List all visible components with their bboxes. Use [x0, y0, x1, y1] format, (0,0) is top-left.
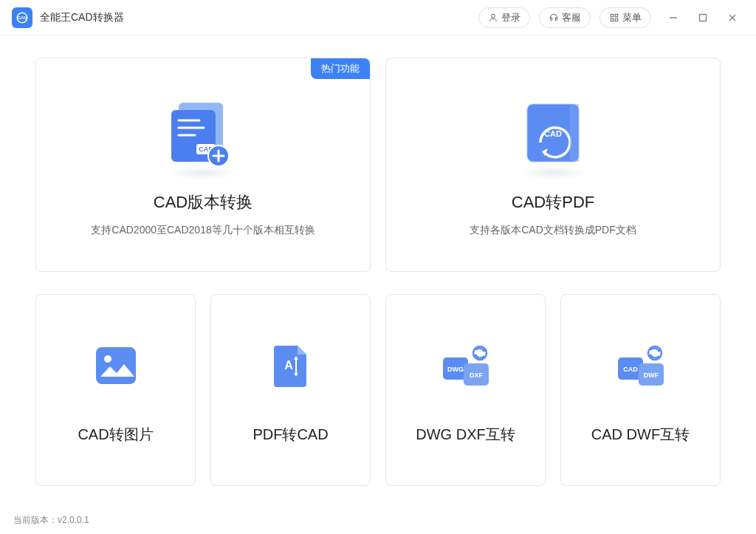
- svg-point-26: [104, 355, 111, 363]
- dwg-dxf-icon: DWG DXF: [436, 336, 495, 395]
- close-icon: [727, 13, 738, 23]
- svg-text:DWF: DWF: [643, 372, 659, 379]
- card-title: CAD转图片: [78, 425, 153, 445]
- svg-rect-3: [611, 14, 614, 17]
- card-cad-dwf[interactable]: CAD DWF CAD DWF互转: [560, 294, 721, 486]
- maximize-button[interactable]: [691, 6, 715, 30]
- card-cad-to-image[interactable]: CAD转图片: [35, 294, 196, 486]
- card-title: PDF转CAD: [252, 425, 328, 445]
- minimize-icon: [668, 13, 678, 23]
- menu-label: 菜单: [622, 11, 642, 24]
- card-dwg-dxf[interactable]: DWG DXF DWG DXF互转: [385, 294, 546, 486]
- version-label: 当前版本：v2.0.0.1: [13, 514, 89, 527]
- svg-text:CAD: CAD: [544, 129, 562, 138]
- card-pdf-to-cad[interactable]: A PDF转CAD: [210, 294, 371, 486]
- svg-text:A: A: [284, 359, 293, 372]
- support-button[interactable]: 客服: [539, 7, 591, 28]
- card-desc: 支持各版本CAD文档转换成PDF文档: [470, 224, 636, 237]
- hot-badge: 热门功能: [311, 58, 370, 79]
- login-label: 登录: [501, 11, 520, 24]
- svg-text:CAD: CAD: [18, 16, 27, 20]
- svg-rect-25: [96, 347, 136, 384]
- support-label: 客服: [562, 11, 581, 24]
- grid-icon: [609, 13, 619, 23]
- svg-rect-8: [700, 14, 707, 21]
- headset-icon: [549, 13, 559, 23]
- svg-rect-6: [615, 18, 618, 21]
- svg-text:CAD: CAD: [623, 366, 638, 373]
- app-title: 全能王CAD转换器: [40, 11, 124, 24]
- cad-to-pdf-icon: CAD: [505, 92, 601, 174]
- card-desc: 支持CAD2000至CAD2018等几十个版本相互转换: [91, 224, 315, 237]
- maximize-icon: [698, 13, 708, 23]
- image-icon: [86, 336, 145, 395]
- app-logo-icon: CAD: [12, 7, 32, 28]
- svg-rect-4: [615, 14, 618, 17]
- close-button[interactable]: [721, 6, 744, 30]
- svg-point-2: [492, 14, 495, 18]
- pdf-doc-icon: A: [261, 336, 320, 395]
- svg-text:DXF: DXF: [470, 372, 484, 379]
- card-title: CAD版本转换: [154, 191, 252, 213]
- cad-version-icon: CAD: [155, 92, 251, 174]
- menu-button[interactable]: 菜单: [599, 7, 651, 28]
- card-cad-version-convert[interactable]: 热门功能 CAD CAD版本转换 支持CAD2000至CAD2018等几十个: [35, 58, 371, 272]
- card-title: DWG DXF互转: [416, 425, 515, 445]
- titlebar: CAD 全能王CAD转换器 登录 客服 菜单: [0, 0, 756, 35]
- login-button[interactable]: 登录: [478, 7, 530, 28]
- card-title: CAD DWF互转: [591, 425, 690, 445]
- svg-text:DWG: DWG: [447, 366, 464, 373]
- minimize-button[interactable]: [662, 6, 685, 30]
- user-icon: [488, 13, 498, 23]
- card-cad-to-pdf[interactable]: CAD CAD转PDF 支持各版本CAD文档转换成PDF文档: [385, 58, 721, 272]
- main-content: 热门功能 CAD CAD版本转换 支持CAD2000至CAD2018等几十个: [0, 35, 756, 486]
- card-title: CAD转PDF: [512, 191, 594, 213]
- cad-dwf-icon: CAD DWF: [611, 336, 670, 395]
- svg-rect-5: [611, 18, 614, 21]
